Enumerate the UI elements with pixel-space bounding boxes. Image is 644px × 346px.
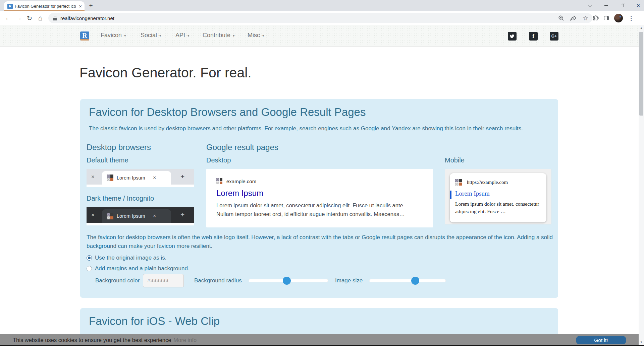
scroll-up-icon[interactable]: ▲: [639, 26, 644, 30]
window-restore-button[interactable]: [619, 3, 625, 9]
slider-thumb[interactable]: [411, 277, 419, 285]
site-header: R Favicon ▾ Social ▾ API ▾ Contribute ▾ …: [0, 25, 644, 47]
image-size-slider[interactable]: [369, 279, 446, 282]
background-controls: Background color Background radius Image…: [95, 274, 548, 289]
close-icon: ×: [153, 213, 156, 219]
google-desktop-result-card: example.com Lorem Ipsum Lorem ipsum dolo…: [206, 169, 433, 227]
dark-theme-label: Dark theme / Incognito: [87, 195, 198, 202]
caret-down-icon: ▾: [187, 33, 190, 38]
section-note: The favicon for desktop browsers is ofte…: [87, 233, 554, 251]
reload-button[interactable]: ↻: [24, 11, 35, 25]
plus-icon: +: [180, 172, 184, 181]
caret-down-icon: ▾: [233, 33, 235, 38]
light-tab-preview: × Lorem Ipsum × +: [87, 169, 194, 187]
scrollbar-thumb[interactable]: [639, 32, 643, 116]
result-snippet: Lorem ipsum dolor sit amet, consectetur …: [455, 200, 542, 215]
google-mobile-result-card: https://example.com Lorem Ipsum Lorem ip…: [450, 173, 546, 222]
google-mobile-result-outer: https://example.com Lorem Ipsum Lorem ip…: [445, 169, 551, 224]
home-button[interactable]: ⌂: [35, 11, 46, 25]
window-minimize-button[interactable]: [603, 3, 609, 9]
slider-thumb[interactable]: [283, 277, 291, 285]
background-radius-label: Background radius: [194, 277, 242, 284]
mock-browser-tab: Lorem Ipsum ×: [102, 171, 171, 185]
side-panel-icon[interactable]: [604, 16, 609, 20]
zoom-icon[interactable]: [558, 15, 564, 21]
page-scrollbar[interactable]: ▲ ▼: [639, 25, 644, 346]
background-radius-slider[interactable]: [249, 279, 328, 282]
google-mobile-column: Mobile https://example.com Lorem Ipsum L…: [445, 156, 551, 224]
lock-icon: [53, 16, 57, 20]
new-tab-button[interactable]: +: [87, 2, 95, 10]
nav-label: API: [175, 32, 185, 39]
back-button[interactable]: ←: [3, 11, 13, 25]
extensions-icon[interactable]: [592, 15, 599, 21]
nav-item-social[interactable]: Social ▾: [141, 32, 161, 39]
site-logo[interactable]: R: [80, 31, 89, 41]
radio-label: Add margins and a plain background.: [95, 265, 190, 272]
nav-item-misc[interactable]: Misc ▾: [248, 32, 264, 39]
browser-toolbar: ← → ↻ ⌂ realfavicongenerator.net ☆ ⋮: [0, 11, 644, 25]
facebook-button[interactable]: f: [529, 32, 538, 41]
radio-selected-icon[interactable]: [87, 255, 92, 261]
profile-avatar[interactable]: [614, 14, 623, 22]
result-snippet: Lorem ipsum dolor sit amet, consectetur …: [216, 201, 423, 218]
nav-item-contribute[interactable]: Contribute ▾: [203, 32, 235, 39]
window-chevron-icon[interactable]: [587, 3, 593, 9]
close-icon: ×: [91, 212, 95, 218]
tab-close-icon[interactable]: ×: [79, 4, 82, 9]
nav-item-api[interactable]: API ▾: [175, 32, 190, 39]
browser-menu-icon[interactable]: ⋮: [628, 15, 634, 22]
caret-down-icon: ▾: [159, 33, 161, 38]
result-accent-bar: [450, 191, 451, 199]
radio-unselected-icon[interactable]: [87, 266, 92, 271]
mock-tab-title: Lorem Ipsum: [117, 175, 152, 181]
option-original-image[interactable]: Use the original image as is.: [87, 255, 167, 261]
nav-label: Favicon: [101, 32, 122, 39]
googleplus-icon: G+: [551, 34, 557, 39]
share-icon[interactable]: [570, 15, 577, 21]
demo-favicon: [216, 178, 222, 184]
google-desktop-label: Desktop: [206, 156, 433, 164]
desktop-browsers-heading: Desktop browsers: [87, 143, 198, 152]
nav-item-favicon[interactable]: Favicon ▾: [101, 32, 126, 39]
google-mobile-label: Mobile: [445, 156, 551, 164]
dark-tab-preview: × Lorem Ipsum × +: [87, 207, 194, 225]
section-title: Favicon for Desktop Browsers and Google …: [89, 106, 366, 119]
section-title: Favicon for iOS - Web Clip: [89, 315, 220, 328]
restore-icon: [621, 4, 624, 7]
demo-favicon: [107, 213, 113, 219]
nav-label: Misc: [248, 32, 260, 39]
section-desktop-favicon: Favicon for Desktop Browsers and Google …: [80, 99, 558, 298]
forward-button[interactable]: →: [13, 11, 24, 25]
option-add-margins[interactable]: Add margins and a plain background.: [87, 265, 190, 272]
site-logo-letter: R: [82, 32, 87, 39]
caret-down-icon: ▾: [262, 33, 264, 38]
nav-label: Social: [141, 32, 157, 39]
window-close-button[interactable]: ×: [635, 3, 641, 9]
address-bar[interactable]: realfavicongenerator.net ☆: [48, 13, 592, 23]
googleplus-button[interactable]: G+: [550, 32, 558, 41]
google-results-heading: Google result pages: [206, 143, 433, 152]
facebook-icon: f: [532, 33, 534, 40]
scroll-down-icon[interactable]: ▼: [639, 340, 644, 345]
background-color-label: Background color: [95, 277, 140, 284]
radio-label: Use the original image as is.: [95, 255, 167, 261]
cookie-accept-button[interactable]: Got it!: [576, 336, 626, 344]
tab-favicon: R: [7, 4, 13, 9]
mock-tab-title: Lorem Ipsum: [117, 213, 152, 219]
browser-tab[interactable]: R Favicon Generator for perfect ico ×: [4, 1, 85, 11]
caret-down-icon: ▾: [124, 33, 126, 38]
tab-title: Favicon Generator for perfect ico: [15, 4, 77, 9]
twitter-button[interactable]: [508, 32, 517, 41]
default-theme-label: Default theme: [87, 156, 198, 164]
google-results-column: Google result pages Desktop example.com …: [206, 143, 433, 227]
cookie-more-info-link[interactable]: More info: [173, 337, 197, 343]
result-title-link[interactable]: Lorem Ipsum: [216, 189, 423, 198]
url-text[interactable]: realfavicongenerator.net: [60, 15, 558, 21]
desktop-browsers-column: Desktop browsers Default theme × Lorem I…: [87, 143, 198, 225]
bookmark-star-icon[interactable]: ☆: [583, 14, 588, 22]
plus-icon: +: [180, 211, 184, 219]
background-color-input[interactable]: [143, 274, 184, 287]
result-title-link[interactable]: Lorem Ipsum: [455, 190, 542, 197]
cookie-banner: This website uses cookies to ensure you …: [0, 334, 639, 346]
